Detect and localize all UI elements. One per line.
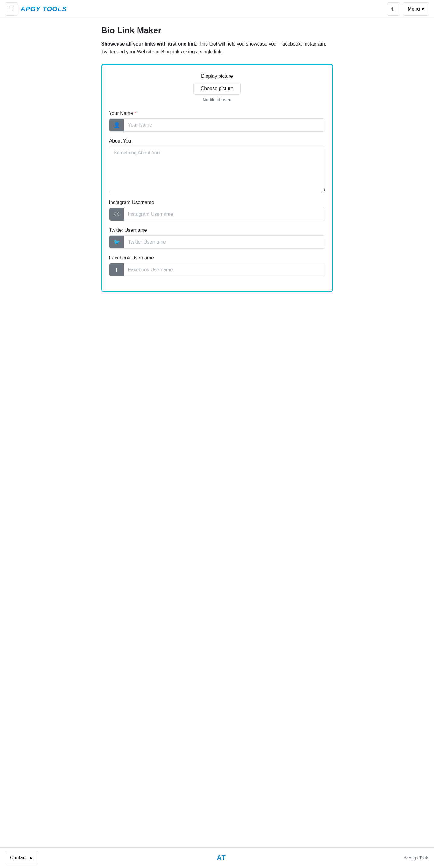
moon-icon: ☾: [391, 6, 396, 12]
contact-arrow-icon: ▲: [28, 855, 33, 861]
twitter-input[interactable]: [124, 236, 325, 248]
header-right: ☾ Menu ▾: [387, 2, 429, 16]
main-content: Bio Link Maker Showcase all your links w…: [96, 19, 338, 847]
site-footer: Contact ▲ AT © Apgy Tools: [0, 847, 434, 868]
dark-mode-button[interactable]: ☾: [387, 2, 400, 16]
facebook-icon: f: [110, 264, 124, 276]
instagram-label: Instagram Username: [109, 200, 325, 205]
hamburger-button[interactable]: ☰: [5, 2, 18, 16]
description-bold: Showcase all your links with just one li…: [102, 41, 198, 46]
choose-picture-button[interactable]: Choose picture: [193, 83, 241, 95]
twitter-icon: 🐦: [110, 236, 124, 248]
required-indicator: *: [134, 111, 136, 116]
site-logo: APGY TOOLS: [21, 5, 67, 13]
hamburger-icon: ☰: [9, 5, 14, 13]
your-name-field-group: Your Name* 👤: [109, 111, 325, 132]
your-name-input[interactable]: [124, 119, 325, 131]
facebook-field-group: Facebook Username f: [109, 255, 325, 276]
facebook-input-wrapper: f: [109, 263, 325, 276]
header-left: ☰ APGY TOOLS: [5, 2, 67, 16]
about-you-field-group: About You: [109, 138, 325, 193]
twitter-label: Twitter Username: [109, 227, 325, 233]
facebook-label: Facebook Username: [109, 255, 325, 261]
instagram-field-group: Instagram Username Ⓒ: [109, 200, 325, 221]
about-you-label: About You: [109, 138, 325, 144]
twitter-field-group: Twitter Username 🐦: [109, 227, 325, 249]
your-name-input-wrapper: 👤: [109, 119, 325, 132]
page-title: Bio Link Maker: [102, 26, 333, 35]
person-icon: 👤: [110, 119, 124, 131]
display-picture-section: Display picture Choose picture No file c…: [109, 73, 325, 102]
your-name-label: Your Name*: [109, 111, 325, 116]
copyright-text: © Apgy Tools: [404, 855, 429, 860]
facebook-input[interactable]: [124, 264, 325, 276]
contact-button[interactable]: Contact ▲: [5, 851, 38, 864]
instagram-input-wrapper: Ⓒ: [109, 208, 325, 221]
footer-logo: AT: [217, 854, 226, 862]
instagram-icon: Ⓒ: [110, 208, 124, 221]
menu-button[interactable]: Menu ▾: [403, 2, 429, 16]
file-input-wrapper: Choose picture: [109, 83, 325, 97]
site-header: ☰ APGY TOOLS ☾ Menu ▾: [0, 0, 434, 19]
instagram-input[interactable]: [124, 208, 325, 221]
page-description: Showcase all your links with just one li…: [102, 40, 333, 56]
contact-label: Contact: [10, 855, 27, 861]
menu-label: Menu: [408, 6, 420, 12]
display-picture-label: Display picture: [109, 73, 325, 79]
no-file-text: No file chosen: [109, 97, 325, 102]
menu-arrow-icon: ▾: [422, 6, 424, 12]
twitter-input-wrapper: 🐦: [109, 236, 325, 249]
about-you-textarea-wrapper: [109, 146, 325, 193]
form-card: Display picture Choose picture No file c…: [102, 64, 333, 292]
about-you-textarea[interactable]: [110, 147, 325, 192]
